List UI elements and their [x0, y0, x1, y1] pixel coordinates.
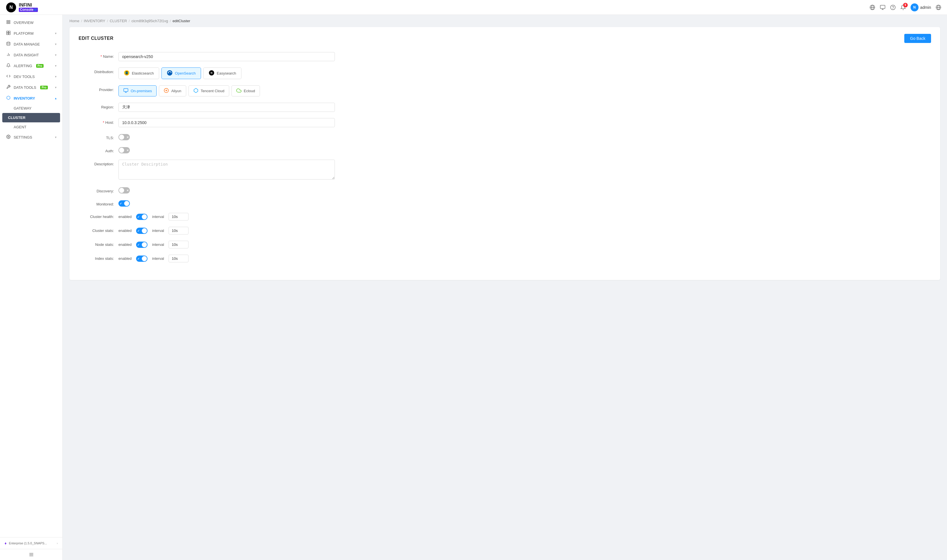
index-stats-enabled-text: enabled — [119, 256, 131, 261]
cluster-stats-interval-input[interactable] — [168, 227, 188, 234]
index-stats-interval-input[interactable] — [168, 255, 188, 262]
sidebar-item-inventory-label: INVENTORY — [14, 96, 35, 100]
sidebar-item-data-insight-label: DATA INSIGHT — [14, 53, 39, 57]
sidebar-sub-item-cluster[interactable]: CLUSTER — [2, 113, 60, 122]
auth-toggle[interactable]: ✕ — [119, 147, 130, 153]
sidebar-item-data-manage[interactable]: DATA MANAGE ▾ — [0, 39, 62, 49]
tls-toggle[interactable]: ✕ — [119, 134, 130, 140]
monitored-row: Monitored: ✓ — [79, 200, 931, 206]
sidebar: OVERVIEW PLATFORM ▾ DATA MANAGE ▾ — [0, 15, 63, 560]
host-input[interactable] — [119, 118, 335, 127]
cluster-health-interval-input[interactable] — [168, 213, 188, 220]
admin-avatar-btn[interactable]: N admin — [910, 3, 931, 11]
index-stats-label: Index stats: — [79, 256, 119, 261]
provider-on-premises-btn[interactable]: On-premises — [119, 85, 157, 97]
name-input[interactable] — [119, 52, 335, 61]
logo-infini-text: INFINI — [19, 3, 38, 8]
dist-opensearch-label: OpenSearch — [175, 71, 196, 75]
provider-btn-group: On-premises Aliyun — [119, 85, 335, 97]
sidebar-item-overview[interactable]: OVERVIEW — [0, 17, 62, 28]
description-textarea[interactable] — [119, 160, 335, 180]
index-stats-row: Index stats: enabled ✓ interval — [79, 255, 931, 262]
monitor-icon-btn[interactable] — [880, 5, 885, 10]
breadcrumb-cluster-id[interactable]: cicm89t3q95ich72l1vg — [131, 19, 168, 23]
breadcrumb-current: editCluster — [173, 19, 190, 23]
monitored-label: Monitored: — [79, 200, 119, 206]
global-icon-btn[interactable] — [870, 5, 875, 10]
dist-elasticsearch-btn[interactable]: Elasticsearch — [119, 68, 159, 79]
alerting-arrow: ▾ — [55, 64, 57, 68]
sidebar-item-alerting-label: ALERTING — [14, 64, 32, 68]
svg-point-31 — [126, 73, 128, 75]
region-input[interactable] — [119, 103, 335, 112]
dist-opensearch-btn[interactable]: OpenSearch — [162, 68, 201, 79]
sidebar-item-dev-tools-label: DEV TOOLS — [14, 75, 35, 79]
opensearch-icon — [167, 70, 173, 77]
discovery-toggle[interactable]: ✕ — [119, 187, 130, 194]
platform-icon — [6, 31, 11, 36]
cluster-stats-toggle[interactable]: ✓ — [136, 228, 148, 234]
data-insight-arrow: ▾ — [55, 53, 57, 57]
svg-point-9 — [893, 8, 893, 9]
svg-rect-14 — [9, 20, 10, 22]
node-stats-toggle[interactable]: ✓ — [136, 242, 148, 248]
host-row: Host: — [79, 118, 931, 127]
sidebar-item-inventory[interactable]: INVENTORY ▴ — [0, 93, 62, 103]
distribution-control: Elasticsearch — [119, 68, 335, 79]
provider-aliyun-btn[interactable]: Aliyun — [159, 85, 186, 97]
sidebar-sub-item-agent[interactable]: AGENT — [0, 122, 62, 132]
sidebar-sub-item-gateway-label: GATEWAY — [14, 106, 32, 111]
sidebar-item-data-tools-label: DATA TOOLS — [14, 85, 36, 90]
provider-tencent-btn[interactable]: Tencent Cloud — [188, 85, 229, 97]
host-label: Host: — [79, 118, 119, 125]
page-title: EDIT CLUSTER — [79, 36, 113, 41]
footer-arrow: › — [57, 542, 58, 545]
cluster-health-toggle[interactable]: ✓ — [136, 214, 148, 220]
sidebar-item-settings[interactable]: SETTINGS ▾ — [0, 132, 62, 143]
lang-icon-btn[interactable] — [936, 5, 941, 10]
monitored-toggle[interactable]: ✓ — [119, 200, 130, 206]
breadcrumb-cluster[interactable]: CLUSTER — [110, 19, 127, 23]
breadcrumb-inventory[interactable]: INVENTORY — [84, 19, 105, 23]
svg-point-34 — [168, 72, 169, 73]
aliyun-icon — [164, 88, 169, 94]
svg-rect-19 — [6, 33, 8, 35]
svg-point-25 — [8, 136, 9, 137]
bell-icon-btn[interactable]: 9 — [900, 5, 906, 10]
sidebar-item-platform[interactable]: PLATFORM ▾ — [0, 28, 62, 39]
provider-tencent-label: Tencent Cloud — [201, 89, 224, 93]
name-row: Name: — [79, 52, 931, 61]
svg-text:N: N — [9, 5, 13, 10]
region-label: Region: — [79, 103, 119, 109]
card-header: EDIT CLUSTER Go Back — [79, 34, 931, 43]
data-manage-arrow: ▾ — [55, 42, 57, 46]
sidebar-item-data-insight[interactable]: DATA INSIGHT ▾ — [0, 49, 62, 60]
data-tools-pro-badge: Pro — [40, 86, 48, 89]
sidebar-item-alerting[interactable]: ALERTING Pro ▾ — [0, 60, 62, 71]
breadcrumb-home[interactable]: Home — [69, 19, 79, 23]
index-stats-control: enabled ✓ interval — [119, 255, 188, 262]
provider-aliyun-label: Aliyun — [171, 89, 181, 93]
sidebar-item-data-manage-label: DATA MANAGE — [14, 42, 40, 46]
discovery-label: Discovery: — [79, 187, 119, 193]
node-stats-label: Node stats: — [79, 242, 119, 247]
go-back-button[interactable]: Go Back — [904, 34, 931, 43]
sidebar-item-dev-tools[interactable]: DEV TOOLS ▾ — [0, 71, 62, 82]
sidebar-item-platform-label: PLATFORM — [14, 31, 34, 35]
name-control — [119, 52, 335, 61]
help-icon-btn[interactable] — [890, 5, 896, 10]
sidebar-footer[interactable]: ♦ Enterprise (1.5.0_SNAPS... › — [0, 537, 62, 549]
index-stats-toggle[interactable]: ✓ — [136, 255, 148, 262]
sidebar-sub-item-gateway[interactable]: GATEWAY — [0, 103, 62, 113]
elasticsearch-icon — [124, 70, 130, 77]
index-stats-interval-text: interval — [152, 256, 164, 261]
node-stats-interval-input[interactable] — [168, 241, 188, 248]
cluster-stats-interval-text: interval — [152, 229, 164, 233]
provider-ecloud-btn[interactable]: Ecloud — [231, 85, 260, 97]
svg-rect-18 — [9, 31, 10, 33]
sidebar-list-icon[interactable] — [0, 549, 62, 560]
sidebar-item-data-tools[interactable]: DATA TOOLS Pro ▾ — [0, 82, 62, 93]
provider-on-premises-label: On-premises — [131, 89, 152, 93]
sidebar-sub-item-cluster-label: CLUSTER — [8, 115, 25, 120]
dist-easysearch-btn[interactable]: N Easysearch — [203, 68, 241, 79]
